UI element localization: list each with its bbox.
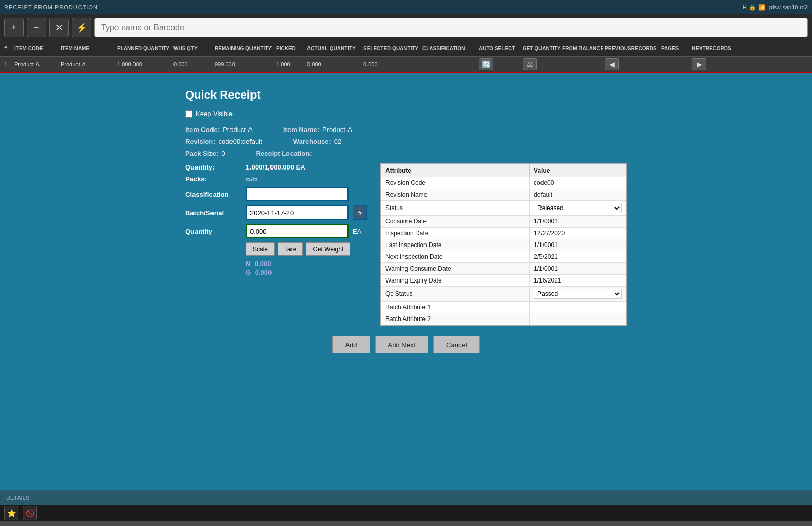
col-value: Value bbox=[530, 164, 626, 177]
col-header-selected: SELECTED QUANTITY bbox=[361, 46, 420, 51]
col-header-planned: PLANNED QUANTITY bbox=[115, 46, 171, 51]
info-section-3: Pack Size: 0 Receipt Location: bbox=[185, 149, 627, 157]
minus-button[interactable]: − bbox=[27, 18, 46, 37]
get-weight-button[interactable]: Get Weight bbox=[306, 242, 350, 256]
auto-select-btn[interactable]: 🔄 bbox=[479, 58, 493, 70]
keep-visible-checkbox[interactable] bbox=[185, 110, 192, 118]
row-remaining: 999.000 bbox=[212, 61, 274, 67]
row-num: 1 bbox=[2, 61, 12, 67]
attr-table-row: Qc StatusPassedFailedPending bbox=[381, 287, 626, 302]
packs-label: Packs: bbox=[185, 175, 242, 183]
row-getqty: ⚖ bbox=[520, 58, 603, 70]
col-header-remaining: REMAINING QUANTITY bbox=[212, 46, 274, 51]
attr-cell-value: 1/1/0001 bbox=[530, 216, 626, 228]
weight-row: N 0.000 G 0.000 bbox=[246, 260, 370, 276]
quick-receipt-dialog: Quick Receipt Keep Visible Item Code: Pr… bbox=[175, 83, 637, 359]
table-row[interactable]: 1 Product-A Product-A 1,000.000 0.000 99… bbox=[0, 57, 812, 73]
lock-icon: 🔒 bbox=[749, 4, 756, 11]
attr-cell-name: Warning Expiry Date bbox=[381, 275, 530, 287]
hash-button[interactable]: # bbox=[353, 205, 367, 220]
system-icons: H 🔒 📶 bbox=[743, 4, 765, 11]
col-header-prevrecords: PREVIOUSRECORDS bbox=[603, 46, 659, 51]
signal-icon: 📶 bbox=[758, 4, 765, 11]
row-selected: 0.000 bbox=[361, 61, 420, 67]
prev-records-btn[interactable]: ◀ bbox=[605, 58, 619, 70]
col-attribute: Attribute bbox=[381, 164, 530, 177]
next-records-btn[interactable]: ▶ bbox=[692, 58, 706, 70]
col-header-autoselect: AUTO SELECT bbox=[477, 46, 520, 51]
tare-button[interactable]: Tare bbox=[278, 242, 303, 256]
g-value: 0.000 bbox=[255, 269, 272, 276]
attr-cell-value[interactable]: ReleasedObsoleteActive bbox=[530, 201, 626, 216]
attr-table-row: Revision Namedefault bbox=[381, 189, 626, 201]
flash-button[interactable]: ⚡ bbox=[72, 18, 91, 37]
classification-row: Classification bbox=[185, 187, 370, 201]
right-attribute-table: Attribute Value Revision Codecode00Revis… bbox=[380, 163, 627, 326]
n-label: N bbox=[246, 260, 250, 268]
attr-cell-value[interactable]: PassedFailedPending bbox=[530, 287, 626, 302]
row-itemname: Product-A bbox=[59, 61, 115, 67]
classification-input[interactable] bbox=[246, 187, 349, 201]
attr-select[interactable]: ReleasedObsoleteActive bbox=[534, 203, 622, 213]
revision-value: code00:default bbox=[219, 138, 262, 145]
main-content: Quick Receipt Keep Visible Item Code: Pr… bbox=[0, 73, 812, 490]
item-name-value: Product-A bbox=[322, 126, 352, 134]
cancel-button[interactable]: Cancel bbox=[433, 336, 479, 353]
col-header-itemcode: ITEM CODE bbox=[12, 46, 59, 51]
quantity-field-input[interactable] bbox=[246, 224, 349, 238]
warehouse-value: 02 bbox=[334, 138, 341, 145]
batch-serial-input[interactable] bbox=[246, 205, 349, 220]
attr-cell-name: Revision Code bbox=[381, 177, 530, 189]
table-scroll-wrapper[interactable]: Attribute Value Revision Codecode00Revis… bbox=[380, 163, 627, 326]
col-header-pages: PAGES bbox=[659, 46, 690, 51]
item-code-label: Item Code: bbox=[185, 126, 220, 134]
item-name-label: Item Name: bbox=[283, 126, 319, 134]
packsize-info: Pack Size: 0 bbox=[185, 149, 225, 157]
row-autoselect: 🔄 bbox=[477, 58, 520, 70]
info-section-2: Revision: code00:default Warehouse: 02 bbox=[185, 138, 627, 145]
packs-value: ∞/∞ bbox=[246, 175, 257, 183]
attr-cell-name: Revision Name bbox=[381, 189, 530, 201]
quantity-display-label: Quantity: bbox=[185, 163, 242, 171]
packs-row: Packs: ∞/∞ bbox=[185, 175, 370, 183]
batch-serial-row: Batch/Serial # bbox=[185, 205, 370, 220]
info-section-1: Item Code: Product-A Item Name: Product-… bbox=[185, 126, 627, 134]
footer-icon-2[interactable]: 🚫 bbox=[23, 506, 37, 520]
server-label: plsw-sap10-rd2 bbox=[769, 4, 808, 10]
attr-cell-name: Next Inspection Date bbox=[381, 251, 530, 263]
close-button[interactable]: ✕ bbox=[49, 18, 69, 37]
add-button-dialog[interactable]: Add bbox=[332, 336, 370, 353]
add-next-button[interactable]: Add Next bbox=[375, 336, 428, 353]
attr-table-row: Batch Attribute 2 bbox=[381, 313, 626, 325]
g-label: G bbox=[246, 269, 251, 276]
attr-table-row: Warning Expiry Date1/16/2021 bbox=[381, 275, 626, 287]
add-button[interactable]: + bbox=[4, 18, 24, 37]
row-planned: 1,000.000 bbox=[115, 61, 171, 67]
get-qty-btn[interactable]: ⚖ bbox=[523, 58, 537, 70]
attr-cell-name: Batch Attribute 1 bbox=[381, 302, 530, 313]
scale-button[interactable]: Scale bbox=[246, 242, 275, 256]
attr-select[interactable]: PassedFailedPending bbox=[534, 289, 622, 299]
item-name-info: Item Name: Product-A bbox=[283, 126, 352, 134]
attr-cell-value: 2/5/2021 bbox=[530, 251, 626, 263]
col-header-classification: CLASSIFICATION bbox=[420, 46, 477, 51]
col-header-nextrecords: NEXTRECORDS bbox=[690, 46, 736, 51]
form-table-layout: Quantity: 1.000/1,000.000 EA Packs: ∞/∞ … bbox=[185, 163, 627, 326]
unit-label: EA bbox=[353, 228, 361, 235]
attr-table-row: Next Inspection Date2/5/2021 bbox=[381, 251, 626, 263]
attr-cell-value: code00 bbox=[530, 177, 626, 189]
attr-cell-name: Last Inspection Date bbox=[381, 239, 530, 251]
attr-table-row: Batch Attribute 1 bbox=[381, 302, 626, 313]
attr-cell-value: 12/27/2020 bbox=[530, 228, 626, 239]
attr-cell-name: Qc Status bbox=[381, 287, 530, 302]
footer-icon-1[interactable]: ⭐ bbox=[4, 506, 18, 520]
row-prevrecords: ◀ bbox=[603, 58, 659, 70]
keep-visible-row: Keep Visible bbox=[185, 110, 627, 118]
attr-cell-value: 1/1/0001 bbox=[530, 263, 626, 275]
n-value: 0.000 bbox=[255, 260, 272, 268]
search-input[interactable] bbox=[94, 18, 808, 37]
revision-label: Revision: bbox=[185, 138, 216, 145]
attr-cell-name: Batch Attribute 2 bbox=[381, 313, 530, 325]
action-buttons: Add Add Next Cancel bbox=[185, 336, 627, 353]
col-header-itemname: ITEM NAME bbox=[59, 46, 115, 51]
